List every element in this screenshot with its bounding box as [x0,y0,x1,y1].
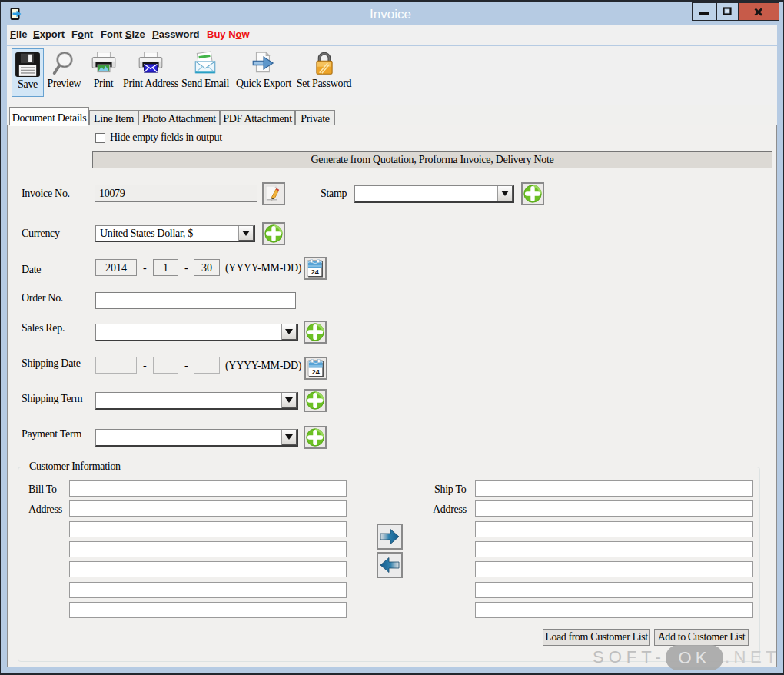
svg-text:24: 24 [311,268,319,276]
svg-text:24: 24 [312,368,320,376]
